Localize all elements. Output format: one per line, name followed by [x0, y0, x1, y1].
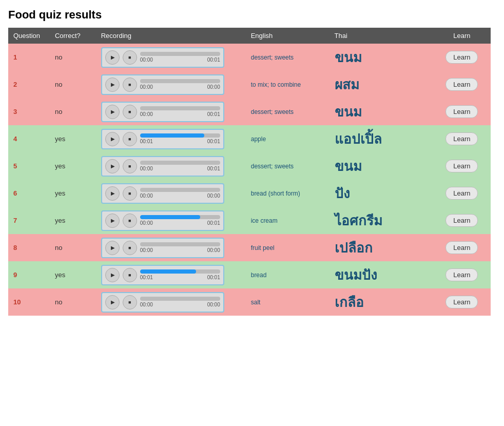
english-word: fruit peel	[246, 234, 329, 261]
recording-cell: 00:0100:01	[96, 261, 246, 288]
learn-button[interactable]: Learn	[445, 160, 478, 172]
audio-player: 00:0000:00	[101, 238, 224, 258]
recording-cell: 00:0000:00	[96, 288, 246, 316]
col-header-learn: Learn	[433, 28, 491, 44]
stop-button[interactable]	[123, 105, 137, 119]
table-row: 7yes00:0000:01ice creamไอศกรีมLearn	[8, 207, 491, 234]
learn-button[interactable]: Learn	[445, 241, 478, 254]
question-number: 9	[8, 261, 50, 288]
play-button[interactable]	[105, 214, 120, 228]
stop-button[interactable]	[123, 159, 137, 173]
question-number: 2	[8, 71, 50, 98]
play-button[interactable]	[105, 50, 120, 65]
stop-button[interactable]	[123, 132, 137, 146]
learn-cell: Learn	[433, 71, 491, 98]
stop-button[interactable]	[123, 268, 137, 282]
english-word: to mix; to combine	[246, 71, 329, 98]
learn-cell: Learn	[433, 180, 491, 207]
col-header-question: Question	[8, 28, 50, 44]
play-button[interactable]	[105, 295, 120, 309]
learn-button[interactable]: Learn	[445, 105, 478, 118]
english-word: dessert; sweets	[246, 44, 329, 71]
correct-status: yes	[50, 152, 96, 180]
progress-track[interactable]	[140, 215, 220, 219]
learn-button[interactable]: Learn	[445, 214, 478, 227]
question-number: 10	[8, 288, 50, 316]
progress-track[interactable]	[140, 269, 220, 274]
english-word: dessert; sweets	[246, 152, 329, 180]
play-button[interactable]	[105, 268, 120, 282]
learn-cell: Learn	[433, 261, 491, 288]
learn-cell: Learn	[433, 288, 491, 316]
learn-cell: Learn	[433, 207, 491, 234]
col-header-english: English	[246, 28, 329, 44]
stop-button[interactable]	[123, 295, 137, 309]
play-button[interactable]	[105, 241, 120, 255]
progress-track[interactable]	[140, 52, 220, 56]
progress-track[interactable]	[140, 161, 220, 165]
learn-button[interactable]: Learn	[445, 78, 478, 91]
time-total: 00:00	[207, 247, 220, 253]
learn-button[interactable]: Learn	[445, 296, 478, 308]
question-number: 8	[8, 234, 50, 261]
progress-track[interactable]	[140, 133, 220, 138]
time-total: 00:01	[207, 111, 220, 117]
time-total: 00:00	[207, 193, 220, 199]
learn-cell: Learn	[433, 44, 491, 71]
learn-button[interactable]: Learn	[445, 132, 478, 145]
stop-button[interactable]	[123, 50, 137, 65]
question-number: 4	[8, 125, 50, 152]
learn-cell: Learn	[433, 98, 491, 125]
learn-button[interactable]: Learn	[445, 187, 478, 200]
thai-word: ขนม	[329, 44, 433, 71]
recording-cell: 00:0100:01	[96, 125, 246, 152]
stop-button[interactable]	[123, 78, 137, 92]
progress-track[interactable]	[140, 188, 220, 192]
progress-track[interactable]	[140, 297, 220, 301]
time-current: 00:00	[140, 193, 153, 199]
correct-status: yes	[50, 125, 96, 152]
recording-cell: 00:0000:01	[96, 98, 246, 125]
stop-button[interactable]	[123, 241, 137, 255]
progress-track[interactable]	[140, 242, 220, 246]
audio-player: 00:0000:01	[101, 102, 224, 122]
english-word: salt	[246, 288, 329, 316]
correct-status: yes	[50, 261, 96, 288]
quiz-results-table: Question Correct? Recording English Thai…	[8, 28, 491, 316]
learn-button[interactable]: Learn	[445, 268, 478, 281]
thai-word: เปลือก	[329, 234, 433, 261]
learn-button[interactable]: Learn	[445, 51, 478, 64]
audio-player: 00:0000:01	[101, 210, 224, 231]
play-button[interactable]	[105, 105, 120, 119]
stop-button[interactable]	[123, 214, 137, 228]
play-button[interactable]	[105, 159, 120, 173]
correct-status: no	[50, 71, 96, 98]
learn-cell: Learn	[433, 152, 491, 180]
time-total: 00:01	[207, 139, 220, 144]
progress-track[interactable]	[140, 79, 220, 83]
time-current: 00:01	[140, 139, 153, 144]
time-current: 00:00	[140, 166, 153, 171]
recording-cell: 00:0000:00	[96, 180, 246, 207]
english-word: ice cream	[246, 207, 329, 234]
audio-player: 00:0000:01	[101, 156, 224, 177]
english-word: bread	[246, 261, 329, 288]
time-current: 00:00	[140, 84, 153, 90]
correct-status: yes	[50, 207, 96, 234]
audio-player: 00:0100:01	[101, 265, 224, 285]
english-word: dessert; sweets	[246, 98, 329, 125]
play-button[interactable]	[105, 186, 120, 201]
learn-cell: Learn	[433, 234, 491, 261]
thai-word: ปัง	[329, 180, 433, 207]
play-button[interactable]	[105, 78, 120, 92]
audio-player: 00:0100:01	[101, 129, 224, 149]
recording-cell: 00:0000:00	[96, 71, 246, 98]
learn-cell: Learn	[433, 125, 491, 152]
question-number: 3	[8, 98, 50, 125]
progress-track[interactable]	[140, 106, 220, 110]
thai-word: ไอศกรีม	[329, 207, 433, 234]
table-row: 3no00:0000:01dessert; sweetsขนมLearn	[8, 98, 491, 125]
play-button[interactable]	[105, 132, 120, 146]
stop-button[interactable]	[123, 186, 137, 201]
progress-fill	[140, 269, 196, 274]
